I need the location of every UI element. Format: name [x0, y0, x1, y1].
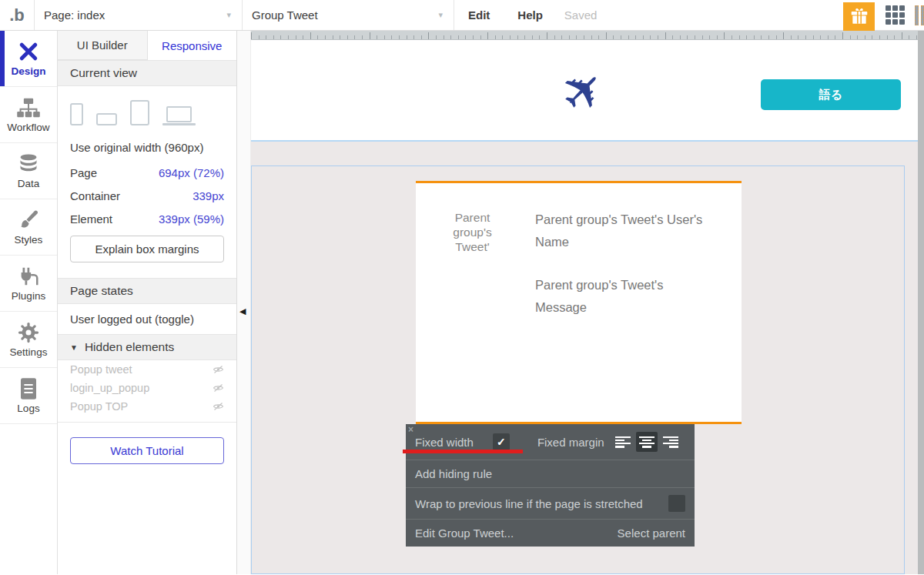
header-selection-edge	[251, 140, 918, 142]
metric-row-element: Element 339px (59%)	[70, 212, 224, 226]
metric-label: Container	[70, 189, 120, 202]
tab-responsive[interactable]: Responsive	[148, 31, 237, 60]
sidebar-item-plugins[interactable]: Plugins	[0, 256, 57, 312]
add-hiding-rule-label: Add hiding rule	[415, 467, 685, 480]
hidden-elements-header[interactable]: ▼ Hidden elements	[58, 334, 236, 360]
help-menu[interactable]: Help	[504, 0, 557, 30]
wrap-previous-line-item: Wrap to previous line if the page is str…	[406, 487, 695, 519]
sidebar-item-data[interactable]: Data	[0, 143, 57, 199]
eye-slash-icon	[213, 383, 224, 393]
tab-ui-builder[interactable]: UI Builder	[58, 31, 148, 60]
mode-sidebar: Design Workflow Da	[0, 31, 58, 574]
laptop-icon[interactable]	[162, 106, 196, 125]
user-logged-out-toggle[interactable]: User logged out (toggle)	[58, 304, 236, 334]
panel-tabs: UI Builder Responsive	[58, 31, 236, 60]
sidebar-item-logs[interactable]: Logs	[0, 368, 57, 424]
data-icon	[18, 152, 39, 176]
responsive-panel: UI Builder Responsive Current view Use o…	[58, 31, 237, 574]
group-tweet-card[interactable]: Parent group's Tweet' Parent group's Twe…	[416, 181, 742, 424]
edit-group-tweet-link[interactable]: Edit Group Tweet...	[415, 527, 514, 540]
horizontal-ruler	[251, 31, 924, 40]
hidden-element-popup-tweet[interactable]: Popup tweet	[58, 360, 236, 379]
tweet-message-text[interactable]: Parent group's Tweet's Message	[535, 274, 705, 319]
plugins-icon	[17, 265, 40, 288]
sidebar-item-label: Workflow	[7, 122, 49, 133]
metric-row-container: Container 339px	[70, 189, 224, 202]
element-selector[interactable]: Group Tweet ▾	[243, 0, 454, 30]
eye-slash-icon	[213, 402, 224, 411]
explain-box-margins-button[interactable]: Explain box margins	[70, 236, 224, 262]
collapse-panel-arrow-icon[interactable]: ◀	[239, 306, 246, 316]
wrap-previous-line-checkbox[interactable]	[668, 495, 685, 512]
page-boundary-strip	[918, 31, 924, 574]
metric-value[interactable]: 339px (59%)	[159, 212, 224, 226]
page-states-header: Page states	[58, 278, 236, 304]
fixed-margin-label: Fixed margin	[537, 436, 604, 449]
styles-icon	[17, 209, 40, 232]
chevron-down-icon: ▾	[226, 10, 231, 20]
align-center-button[interactable]	[636, 432, 658, 452]
add-hiding-rule-item[interactable]: Add hiding rule	[406, 460, 695, 487]
wrap-previous-line-label: Wrap to previous line if the page is str…	[415, 497, 662, 510]
tablet-icon[interactable]	[130, 100, 149, 125]
edit-menu[interactable]: Edit	[454, 0, 504, 30]
triangle-down-icon: ▼	[70, 343, 78, 352]
logs-icon	[18, 377, 38, 400]
saved-status: Saved	[557, 0, 605, 30]
metric-row-page: Page 694px (72%)	[70, 166, 224, 179]
phone-portrait-icon[interactable]	[70, 103, 83, 125]
align-right-button[interactable]	[660, 432, 681, 452]
current-view-header: Current view	[58, 60, 236, 86]
chevron-down-icon: ▾	[438, 10, 443, 20]
sidebar-item-label: Design	[11, 65, 45, 77]
gift-button[interactable]	[843, 2, 875, 31]
gift-icon	[849, 6, 869, 26]
fixed-width-checkbox[interactable]: ✓	[493, 433, 510, 450]
sidebar-item-label: Data	[18, 178, 40, 189]
fixed-margin-align-group	[612, 432, 681, 452]
align-left-icon	[615, 436, 631, 448]
metric-label: Page	[70, 166, 97, 179]
sidebar-item-label: Logs	[17, 403, 39, 414]
hidden-element-popup-top[interactable]: Popup TOP	[58, 397, 236, 416]
avatar-placeholder[interactable]: Parent group's Tweet'	[444, 204, 500, 260]
sidebar-item-workflow[interactable]: Workflow	[0, 87, 57, 143]
settings-gear-icon	[17, 321, 40, 344]
phone-landscape-icon[interactable]	[96, 113, 117, 125]
element-context-menu: × Fixed width ✓ Fixed margin	[406, 424, 695, 547]
hidden-element-label: Popup tweet	[70, 363, 132, 376]
panel-gutter: ◀	[237, 31, 251, 574]
workflow-icon	[16, 96, 41, 119]
hidden-element-label: Popup TOP	[70, 400, 128, 413]
align-right-icon	[663, 436, 678, 448]
columns-icon	[915, 5, 924, 25]
watch-tutorial-button[interactable]: Watch Tutorial	[70, 437, 224, 464]
sidebar-item-settings[interactable]: Settings	[0, 312, 57, 368]
element-selector-label: Group Tweet	[252, 8, 318, 22]
speak-button[interactable]: 語る	[761, 79, 901, 110]
sidebar-item-styles[interactable]: Styles	[0, 199, 57, 256]
editor-canvas[interactable]: ✈ 語る Parent group's Tweet' Parent group'…	[251, 31, 924, 574]
context-menu-row-width: Fixed width ✓ Fixed margin	[406, 424, 695, 460]
tweet-username-text[interactable]: Parent group's Tweet's User's Name	[535, 209, 705, 253]
sidebar-item-design[interactable]: Design	[0, 31, 57, 87]
sidebar-item-label: Plugins	[12, 290, 45, 302]
hidden-elements-title: Hidden elements	[85, 340, 174, 354]
apps-grid-icon[interactable]	[884, 5, 906, 26]
page-selector-label: Page: index	[44, 8, 105, 22]
fixed-width-label[interactable]: Fixed width	[415, 436, 474, 449]
metric-value[interactable]: 694px (72%)	[159, 166, 224, 179]
hidden-element-login-up-popup[interactable]: login_up_popup	[58, 379, 236, 397]
page-header-group[interactable]: ✈ 語る	[251, 40, 918, 140]
page-selector[interactable]: Page: index ▾	[35, 0, 243, 30]
sidebar-item-label: Settings	[10, 346, 48, 358]
design-icon	[17, 40, 40, 63]
align-center-icon	[639, 436, 654, 448]
airplane-icon[interactable]: ✈	[547, 55, 620, 128]
select-parent-link[interactable]: Select parent	[618, 527, 685, 540]
metric-value[interactable]: 339px	[192, 189, 224, 202]
align-left-button[interactable]	[612, 432, 634, 452]
device-preview-row	[58, 86, 236, 136]
use-original-width-link[interactable]: Use original width (960px)	[70, 141, 224, 154]
red-annotation-underline	[403, 450, 523, 453]
